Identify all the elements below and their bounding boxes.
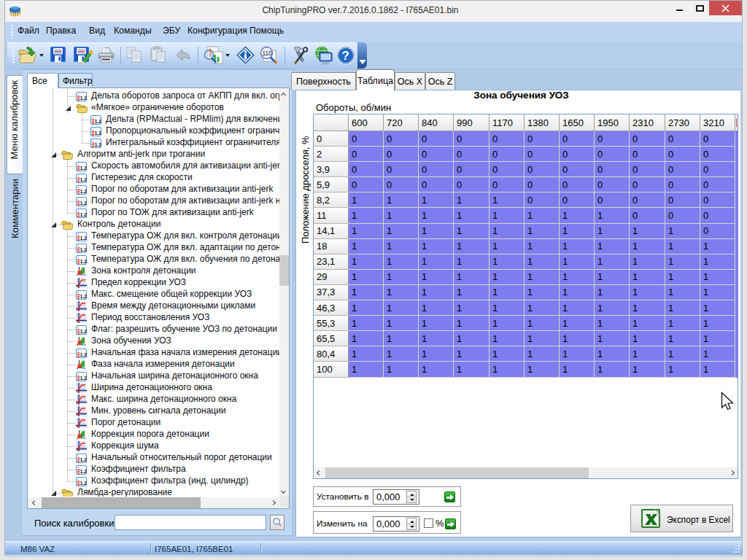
svg-text:1.2: 1.2	[80, 456, 87, 463]
svg-text:1.2: 1.2	[95, 141, 101, 148]
svg-text:1.2: 1.2	[80, 165, 87, 171]
svg-text:1.2: 1.2	[80, 188, 87, 195]
svg-text:1.2: 1.2	[95, 130, 101, 136]
svg-text:1.2: 1.2	[80, 211, 87, 218]
svg-text:1.2: 1.2	[80, 375, 87, 381]
svg-text:1.2: 1.2	[80, 258, 87, 265]
svg-text:1.2: 1.2	[80, 246, 87, 253]
svg-text:?: ?	[342, 49, 349, 63]
svg-text:1.2: 1.2	[80, 293, 87, 300]
svg-text:1.2: 1.2	[95, 118, 101, 125]
svg-text:1.2: 1.2	[80, 351, 87, 358]
svg-text:1.2: 1.2	[80, 468, 87, 475]
svg-text:1.2: 1.2	[80, 95, 87, 101]
svg-text:1.2: 1.2	[80, 176, 87, 183]
svg-text:1.2: 1.2	[80, 328, 87, 335]
svg-text:1.2: 1.2	[80, 235, 87, 241]
svg-text:1.2: 1.2	[80, 480, 87, 486]
svg-text:1.2: 1.2	[80, 200, 87, 206]
